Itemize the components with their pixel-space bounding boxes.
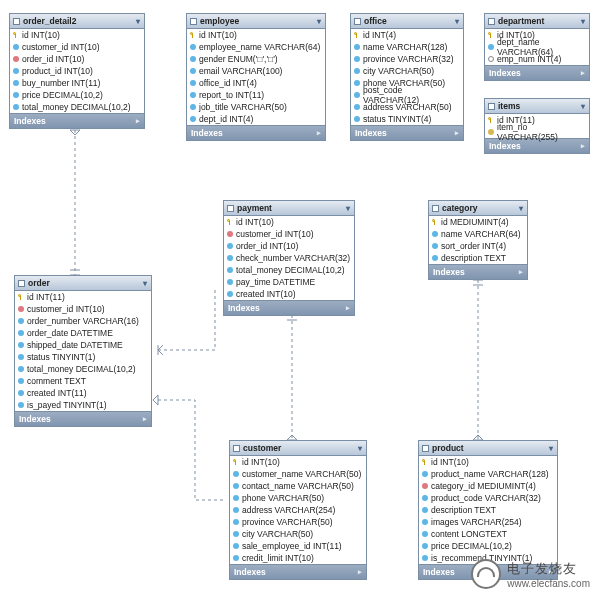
column-row[interactable]: total_money DECIMAL(10,2) xyxy=(10,101,144,113)
column-row[interactable]: city VARCHAR(50) xyxy=(351,65,463,77)
table-header[interactable]: employee ▾ xyxy=(187,14,325,29)
column-row[interactable]: check_number VARCHAR(32) xyxy=(224,252,354,264)
table-header[interactable]: product ▾ xyxy=(419,441,557,456)
column-row[interactable]: contact_name VARCHAR(50) xyxy=(230,480,366,492)
column-row[interactable]: images VARCHAR(254) xyxy=(419,516,557,528)
column-row[interactable]: province VARCHAR(50) xyxy=(230,516,366,528)
chevron-down-icon[interactable]: ▾ xyxy=(579,18,586,25)
table-header[interactable]: customer ▾ xyxy=(230,441,366,456)
column-row[interactable]: post_code VARCHAR(12) xyxy=(351,89,463,101)
chevron-down-icon[interactable]: ▾ xyxy=(579,103,586,110)
chevron-down-icon[interactable]: ▾ xyxy=(517,205,524,212)
column-row[interactable]: total_money DECIMAL(10,2) xyxy=(15,363,151,375)
chevron-down-icon[interactable]: ▾ xyxy=(315,18,322,25)
column-row[interactable]: total_money DECIMAL(10,2) xyxy=(224,264,354,276)
indexes-footer[interactable]: Indexes▸ xyxy=(429,264,527,279)
column-row[interactable]: status TINYINT(1) xyxy=(15,351,151,363)
column-type-icon xyxy=(432,243,438,249)
column-row[interactable]: customer_id INT(10) xyxy=(10,41,144,53)
chevron-down-icon[interactable]: ▾ xyxy=(141,280,148,287)
chevron-down-icon[interactable]: ▾ xyxy=(547,445,554,452)
table-header[interactable]: items ▾ xyxy=(485,99,589,114)
column-row[interactable]: customer_id INT(10) xyxy=(224,228,354,240)
column-row[interactable]: content LONGTEXT xyxy=(419,528,557,540)
column-row[interactable]: id MEDIUMINT(4) xyxy=(429,216,527,228)
column-row[interactable]: address VARCHAR(254) xyxy=(230,504,366,516)
column-row[interactable]: job_title VARCHAR(50) xyxy=(187,101,325,113)
table-payment[interactable]: payment ▾ id INT(10)customer_id INT(10)o… xyxy=(223,200,355,316)
column-row[interactable]: order_id INT(10) xyxy=(10,53,144,65)
chevron-down-icon[interactable]: ▾ xyxy=(134,18,141,25)
column-row[interactable]: report_to INT(11) xyxy=(187,89,325,101)
column-row[interactable]: price DECIMAL(10,2) xyxy=(10,89,144,101)
column-row[interactable]: status TINYINT(4) xyxy=(351,113,463,125)
column-row[interactable]: pay_time DATETIME xyxy=(224,276,354,288)
indexes-footer[interactable]: Indexes▸ xyxy=(187,125,325,140)
column-row[interactable]: id INT(10) xyxy=(187,29,325,41)
column-row[interactable]: sale_employee_id INT(11) xyxy=(230,540,366,552)
table-header[interactable]: order ▾ xyxy=(15,276,151,291)
column-row[interactable]: id INT(10) xyxy=(10,29,144,41)
indexes-footer[interactable]: Indexes▸ xyxy=(485,65,589,80)
column-row[interactable]: city VARCHAR(50) xyxy=(230,528,366,540)
column-row[interactable]: category_id MEDIUMINT(4) xyxy=(419,480,557,492)
column-row[interactable]: address VARCHAR(50) xyxy=(351,101,463,113)
column-row[interactable]: name VARCHAR(64) xyxy=(429,228,527,240)
column-row[interactable]: gender ENUM('□','□') xyxy=(187,53,325,65)
column-row[interactable]: order_number VARCHAR(16) xyxy=(15,315,151,327)
column-row[interactable]: shipped_date DATETIME xyxy=(15,339,151,351)
column-row[interactable]: created INT(11) xyxy=(15,387,151,399)
column-row[interactable]: office_id INT(4) xyxy=(187,77,325,89)
table-header[interactable]: department ▾ xyxy=(485,14,589,29)
table-office[interactable]: office ▾ id INT(4)name VARCHAR(128)provi… xyxy=(350,13,464,141)
indexes-footer[interactable]: Indexes▸ xyxy=(224,300,354,315)
column-row[interactable]: id INT(10) xyxy=(224,216,354,228)
indexes-footer[interactable]: Indexes▸ xyxy=(15,411,151,426)
column-row[interactable]: description TEXT xyxy=(419,504,557,516)
column-row[interactable]: sort_order INT(4) xyxy=(429,240,527,252)
table-items[interactable]: items ▾ id INT(11)item_no VARCHAR(255) I… xyxy=(484,98,590,154)
column-row[interactable]: id INT(4) xyxy=(351,29,463,41)
column-row[interactable]: product_code VARCHAR(32) xyxy=(419,492,557,504)
column-row[interactable]: dept_name VARCHAR(64) xyxy=(485,41,589,53)
column-row[interactable]: order_id INT(10) xyxy=(224,240,354,252)
column-row[interactable]: id INT(11) xyxy=(15,291,151,303)
column-row[interactable]: employee_name VARCHAR(64) xyxy=(187,41,325,53)
indexes-footer[interactable]: Indexes▸ xyxy=(10,113,144,128)
column-row[interactable]: customer_id INT(10) xyxy=(15,303,151,315)
table-header[interactable]: office ▾ xyxy=(351,14,463,29)
indexes-footer[interactable]: Indexes▸ xyxy=(230,564,366,579)
table-category[interactable]: category ▾ id MEDIUMINT(4)name VARCHAR(6… xyxy=(428,200,528,280)
column-row[interactable]: item_no VARCHAR(255) xyxy=(485,126,589,138)
table-header[interactable]: order_detail2 ▾ xyxy=(10,14,144,29)
column-row[interactable]: created INT(10) xyxy=(224,288,354,300)
table-order-detail2[interactable]: order_detail2 ▾ id INT(10)customer_id IN… xyxy=(9,13,145,129)
column-row[interactable]: description TEXT xyxy=(429,252,527,264)
chevron-down-icon[interactable]: ▾ xyxy=(356,445,363,452)
column-row[interactable]: email VARCHAR(100) xyxy=(187,65,325,77)
chevron-down-icon[interactable]: ▾ xyxy=(453,18,460,25)
column-row[interactable]: customer_name VARCHAR(50) xyxy=(230,468,366,480)
table-employee[interactable]: employee ▾ id INT(10)employee_name VARCH… xyxy=(186,13,326,141)
column-row[interactable]: price DECIMAL(10,2) xyxy=(419,540,557,552)
column-row[interactable]: phone VARCHAR(50) xyxy=(230,492,366,504)
column-row[interactable]: dept_id INT(4) xyxy=(187,113,325,125)
column-row[interactable]: product_id INT(10) xyxy=(10,65,144,77)
column-row[interactable]: name VARCHAR(128) xyxy=(351,41,463,53)
column-row[interactable]: id INT(10) xyxy=(419,456,557,468)
table-order[interactable]: order ▾ id INT(11)customer_id INT(10)ord… xyxy=(14,275,152,427)
table-customer[interactable]: customer ▾ id INT(10)customer_name VARCH… xyxy=(229,440,367,580)
column-row[interactable]: comment TEXT xyxy=(15,375,151,387)
column-row[interactable]: id INT(10) xyxy=(230,456,366,468)
column-row[interactable]: is_payed TINYINT(1) xyxy=(15,399,151,411)
chevron-down-icon[interactable]: ▾ xyxy=(344,205,351,212)
indexes-footer[interactable]: Indexes▸ xyxy=(351,125,463,140)
column-row[interactable]: order_date DATETIME xyxy=(15,327,151,339)
table-header[interactable]: category ▾ xyxy=(429,201,527,216)
column-row[interactable]: product_name VARCHAR(128) xyxy=(419,468,557,480)
table-department[interactable]: department ▾ id INT(10)dept_name VARCHAR… xyxy=(484,13,590,81)
column-row[interactable]: credit_limit INT(10) xyxy=(230,552,366,564)
column-row[interactable]: buy_number INT(11) xyxy=(10,77,144,89)
table-header[interactable]: payment ▾ xyxy=(224,201,354,216)
column-row[interactable]: province VARCHAR(32) xyxy=(351,53,463,65)
